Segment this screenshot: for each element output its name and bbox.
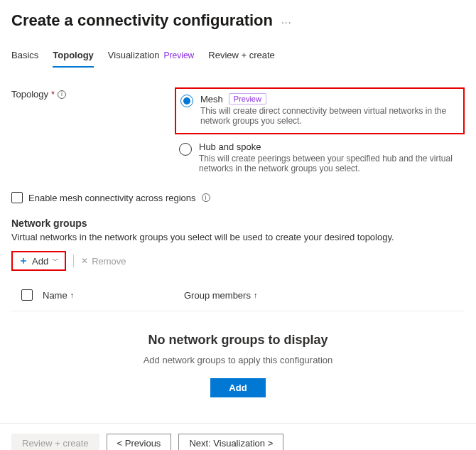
review-create-button: Review + create	[11, 434, 99, 450]
option-mesh[interactable]: Mesh Preview This will create direct con…	[175, 87, 465, 134]
chevron-down-icon: ﹀	[52, 256, 59, 266]
add-button[interactable]: ＋ Add ﹀	[11, 251, 66, 271]
empty-title: No network groups to display	[11, 333, 465, 348]
page-title: Create a connectivity configuration	[11, 11, 273, 30]
network-groups-title: Network groups	[11, 218, 465, 229]
radio-mesh[interactable]	[180, 95, 193, 107]
tab-review-create[interactable]: Review + create	[208, 47, 275, 68]
tab-visualization[interactable]: Visualization Preview	[108, 47, 194, 68]
column-group-members[interactable]: Group members ↑	[184, 290, 257, 301]
option-hub-spoke-title: Hub and spoke	[199, 141, 261, 152]
radio-hub-spoke[interactable]	[179, 143, 192, 156]
plus-icon: ＋	[18, 255, 28, 267]
sort-arrow-icon: ↑	[70, 291, 75, 299]
remove-button[interactable]: ✕ Remove	[81, 256, 126, 267]
previous-button[interactable]: < Previous	[107, 434, 172, 450]
option-hub-spoke[interactable]: Hub and spoke This will create peerings …	[175, 137, 465, 181]
tab-topology[interactable]: Topology	[53, 47, 94, 68]
empty-desc: Add network groups to apply this configu…	[11, 355, 465, 365]
mesh-regions-label: Enable mesh connectivity across regions	[28, 193, 196, 203]
preview-badge: Preview	[164, 50, 195, 60]
next-button[interactable]: Next: Visualization >	[178, 434, 283, 450]
footer: Review + create < Previous Next: Visuali…	[0, 423, 476, 450]
sort-arrow-icon: ↑	[254, 291, 258, 299]
info-icon[interactable]: i	[58, 90, 66, 99]
empty-state: No network groups to display Add network…	[11, 311, 465, 423]
required-indicator: *	[51, 89, 55, 100]
option-hub-spoke-desc: This will create peerings between your s…	[199, 154, 460, 173]
option-mesh-desc: This will create direct connectivity bet…	[200, 106, 459, 126]
option-mesh-title: Mesh	[200, 94, 223, 105]
toolbar-divider	[73, 255, 74, 267]
tab-basics[interactable]: Basics	[11, 47, 38, 68]
topology-label: Topology * i	[11, 87, 175, 100]
mesh-regions-checkbox-row[interactable]: Enable mesh connectivity across regions …	[11, 192, 465, 203]
more-icon[interactable]: ···	[281, 14, 292, 27]
network-groups-desc: Virtual networks in the network groups y…	[11, 232, 465, 242]
topology-options: Mesh Preview This will create direct con…	[175, 87, 465, 181]
info-icon[interactable]: i	[202, 193, 210, 202]
empty-add-button[interactable]: Add	[210, 378, 265, 397]
preview-badge: Preview	[229, 93, 266, 105]
network-groups-toolbar: ＋ Add ﹀ ✕ Remove	[11, 251, 465, 271]
table-header: Name ↑ Group members ↑	[11, 284, 465, 311]
column-name[interactable]: Name ↑	[43, 290, 174, 301]
close-icon: ✕	[81, 256, 88, 266]
select-all-checkbox[interactable]	[21, 289, 33, 301]
tabs: Basics Topology Visualization Preview Re…	[11, 47, 465, 68]
mesh-regions-checkbox[interactable]	[11, 192, 23, 203]
